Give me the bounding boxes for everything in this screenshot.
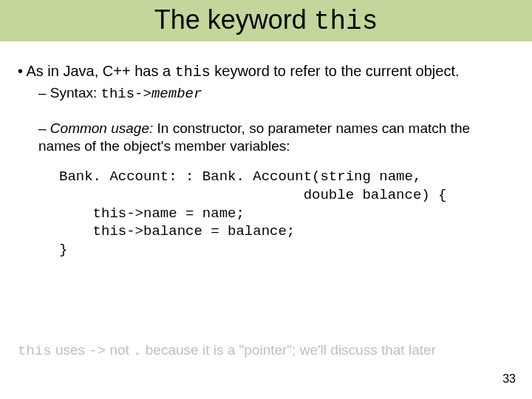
bullet-keyword: this — [175, 64, 211, 81]
bullet-text-a: As in Java, C++ has a — [26, 63, 174, 79]
content-area: As in Java, C++ has a this keyword to re… — [0, 41, 532, 259]
foot-dot: . — [133, 343, 141, 359]
page-number: 33 — [502, 372, 516, 386]
syntax-label: Syntax: — [50, 85, 101, 100]
foot-b: uses — [52, 342, 89, 358]
foot-d: not — [106, 342, 133, 358]
syntax-code: this-> — [101, 86, 151, 102]
title-keyword: this — [314, 7, 378, 37]
slide-title: The keyword this — [0, 4, 532, 37]
bullet-main: As in Java, C++ has a this keyword to re… — [18, 62, 514, 81]
title-text-a: The keyword — [154, 4, 314, 35]
code-block: Bank. Account: : Bank. Account(string na… — [59, 168, 514, 259]
sub-syntax: Syntax: this->member — [38, 84, 514, 103]
usage-label: Common usage: — [50, 120, 153, 136]
syntax-member: member — [151, 86, 202, 102]
foot-arrow: -> — [89, 343, 106, 359]
foot-this: this — [18, 343, 52, 359]
footnote: this uses -> not . because it is a "poin… — [18, 342, 436, 359]
foot-f: because it is a "pointer"; we'll discuss… — [142, 342, 436, 358]
sub-usage: Common usage: In constructor, so paramet… — [38, 120, 514, 155]
title-band: The keyword this — [0, 0, 532, 41]
bullet-text-c: keyword to refer to the current object. — [211, 63, 460, 79]
